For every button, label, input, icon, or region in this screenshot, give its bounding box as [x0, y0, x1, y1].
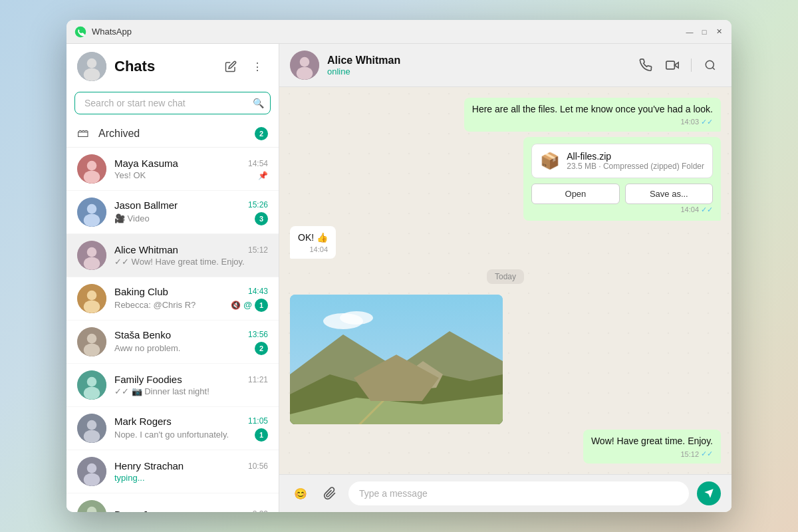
minimize-button[interactable]: —	[685, 27, 694, 37]
send-button[interactable]	[697, 481, 721, 505]
chat-info-stasa: Staša Benko 13:56 Aww no problem. 2	[114, 329, 268, 355]
message-text-m3: OK! 👍	[298, 231, 328, 245]
svg-point-33	[297, 66, 313, 80]
chat-item-dawn[interactable]: Dawn Jones 8:32	[66, 493, 279, 512]
chat-time-stasa: 13:56	[248, 330, 268, 339]
chat-header: Alice Whitman online	[279, 44, 732, 87]
svg-point-21	[84, 386, 100, 400]
new-chat-button[interactable]	[220, 56, 241, 77]
archived-badge: 2	[255, 127, 268, 140]
video-call-button[interactable]	[662, 55, 683, 76]
badge-mark: 1	[255, 428, 268, 442]
message-time-m3: 14:04	[309, 245, 328, 253]
chat-item-alice[interactable]: Alice Whitman 15:12 ✓✓ Wow! Have great t…	[66, 234, 279, 277]
sidebar-actions: ⋮	[220, 56, 268, 77]
search-input[interactable]	[74, 92, 271, 114]
svg-point-8	[87, 204, 97, 214]
svg-point-6	[84, 170, 100, 184]
title-bar-text: WhatsApp	[92, 27, 685, 37]
chat-panel: Alice Whitman online	[279, 44, 732, 512]
chat-preview-mark: Nope. I can't go unfortunately.	[114, 430, 255, 440]
message-time-m2: 14:04	[680, 205, 699, 213]
file-name: All-files.zip	[567, 151, 704, 162]
svg-point-23	[87, 420, 97, 430]
chat-preview-alice: ✓✓ Wow! Have great time. Enjoy.	[114, 257, 268, 267]
chat-info-alice: Alice Whitman 15:12 ✓✓ Wow! Have great t…	[114, 244, 268, 267]
menu-button[interactable]: ⋮	[247, 56, 268, 77]
svg-point-36	[706, 61, 714, 68]
chat-name-dawn: Dawn Jones	[114, 509, 170, 513]
badge-stasa: 2	[255, 342, 268, 355]
file-meta: 23.5 MB · Compressed (zipped) Folder	[567, 162, 704, 171]
app-logo	[74, 26, 86, 38]
save-as-button[interactable]: Save as...	[625, 184, 713, 204]
sidebar-header: Chats ⋮	[66, 44, 279, 89]
message-m6: Wow! Have great time. Enjoy. 15:12 ✓✓	[583, 430, 721, 464]
chat-time-mark: 11:05	[248, 416, 268, 426]
chat-item-jason[interactable]: Jason Ballmer 15:26 🎥 Video 3	[66, 191, 279, 234]
close-button[interactable]: ✕	[714, 27, 724, 37]
svg-point-14	[87, 291, 97, 301]
chat-item-mark[interactable]: Mark Rogers 11:05 Nope. I can't go unfor…	[66, 407, 279, 450]
search-messages-button[interactable]	[700, 55, 721, 76]
chat-name-stasa: Staša Benko	[114, 329, 171, 340]
mute-icon: 🔇	[231, 301, 241, 310]
sidebar-title: Chats	[114, 58, 212, 75]
avatar-jason	[77, 198, 106, 227]
chat-item-stasa[interactable]: Staša Benko 13:56 Aww no problem. 2	[66, 321, 279, 364]
avatar-family	[77, 370, 106, 400]
badge-baking: 1	[255, 299, 268, 312]
chat-list: Maya Kasuma 14:54 Yes! OK 📌	[66, 148, 279, 512]
chat-time-jason: 15:26	[248, 200, 268, 209]
chat-time-maya: 14:54	[248, 159, 268, 168]
svg-marker-34	[674, 63, 678, 68]
date-separator: Today	[487, 269, 524, 284]
title-bar: WhatsApp — □ ✕	[66, 20, 732, 44]
chat-header-avatar[interactable]	[290, 51, 319, 80]
my-avatar[interactable]	[77, 52, 106, 81]
check-icon-m2: ✓✓	[701, 205, 713, 214]
open-file-button[interactable]: Open	[531, 184, 619, 204]
file-info: All-files.zip 23.5 MB · Compressed (zipp…	[567, 151, 704, 171]
chat-preview-stasa: Aww no problem.	[114, 343, 255, 353]
chat-info-henry: Henry Strachan 10:56 typing...	[114, 460, 268, 483]
chat-item-maya[interactable]: Maya Kasuma 14:54 Yes! OK 📌	[66, 148, 279, 191]
message-input[interactable]	[348, 481, 689, 505]
chat-item-baking[interactable]: Baking Club 14:43 Rebecca: @Chris R? 🔇 @…	[66, 277, 279, 321]
main-content: Chats ⋮ 🔍 🗃 Arc	[66, 44, 732, 512]
svg-point-32	[300, 57, 310, 67]
archived-row[interactable]: 🗃 Archived 2	[66, 120, 279, 148]
contact-status: online	[327, 66, 627, 76]
avatar-stasa	[77, 327, 106, 356]
chat-name-maya: Maya Kasuma	[114, 158, 178, 169]
chat-item-family[interactable]: Family Foodies 11:21 ✓✓ 📷 Dinner last ni…	[66, 364, 279, 407]
svg-line-37	[712, 67, 714, 69]
emoji-button[interactable]: 😊	[290, 483, 311, 504]
search-bar: 🔍	[74, 92, 271, 114]
chat-preview-jason: 🎥 Video	[114, 213, 255, 223]
chat-info-mark: Mark Rogers 11:05 Nope. I can't go unfor…	[114, 416, 268, 442]
svg-point-3	[84, 68, 100, 81]
avatar-mark	[77, 414, 106, 443]
window-controls: — □ ✕	[685, 27, 724, 37]
chat-item-henry[interactable]: Henry Strachan 10:56 typing...	[66, 450, 279, 493]
chat-info-maya: Maya Kasuma 14:54 Yes! OK 📌	[114, 158, 268, 180]
file-icon: 📦	[540, 152, 560, 170]
badge-jason: 3	[255, 212, 268, 225]
svg-point-5	[87, 161, 97, 171]
maximize-button[interactable]: □	[700, 27, 709, 37]
message-m1: Here are all the files. Let me know once…	[464, 98, 721, 132]
message-m2: 📦 All-files.zip 23.5 MB · Compressed (zi…	[523, 137, 721, 221]
message-image[interactable]	[290, 295, 503, 424]
voice-call-button[interactable]	[635, 55, 656, 76]
chat-name-henry: Henry Strachan	[114, 460, 184, 471]
svg-point-27	[84, 473, 100, 486]
svg-point-26	[87, 464, 97, 473]
chat-preview-family: ✓✓ 📷 Dinner last night!	[114, 386, 268, 396]
message-text-m6: Wow! Have great time. Enjoy.	[591, 435, 713, 448]
avatar-baking	[77, 284, 106, 313]
header-separator	[691, 59, 692, 72]
attach-button[interactable]	[319, 483, 340, 504]
message-time-m6: 15:12	[680, 450, 699, 458]
archived-label: Archived	[98, 128, 245, 140]
